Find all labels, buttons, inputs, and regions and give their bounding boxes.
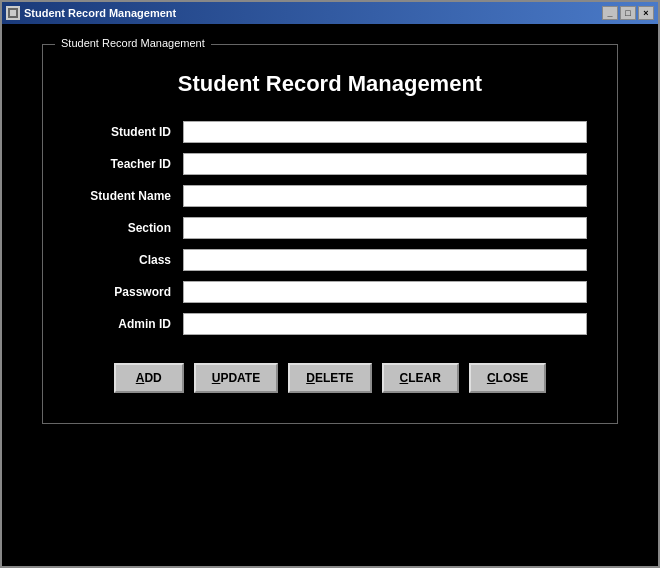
form-title: Student Record Management (73, 71, 587, 97)
password-input[interactable] (183, 281, 587, 303)
title-bar: Student Record Management _ □ × (2, 2, 658, 24)
teacher-id-label: Teacher ID (73, 157, 183, 171)
student-id-row: Student ID (73, 121, 587, 143)
password-row: Password (73, 281, 587, 303)
form-panel: Student Record Management Student Record… (42, 44, 618, 424)
main-content: Student Record Management Student Record… (2, 24, 658, 444)
clear-button[interactable]: CLEAR (382, 363, 459, 393)
admin-id-input[interactable] (183, 313, 587, 335)
student-name-input[interactable] (183, 185, 587, 207)
class-row: Class (73, 249, 587, 271)
close-button[interactable]: CLOSE (469, 363, 546, 393)
admin-id-row: Admin ID (73, 313, 587, 335)
delete-button[interactable]: DELETE (288, 363, 371, 393)
window-title: Student Record Management (24, 7, 176, 19)
admin-id-label: Admin ID (73, 317, 183, 331)
password-label: Password (73, 285, 183, 299)
student-id-input[interactable] (183, 121, 587, 143)
section-input[interactable] (183, 217, 587, 239)
title-bar-left: Student Record Management (6, 6, 176, 20)
close-button-window[interactable]: × (638, 6, 654, 20)
svg-rect-1 (10, 10, 16, 16)
minimize-button[interactable]: _ (602, 6, 618, 20)
panel-legend: Student Record Management (55, 37, 211, 49)
class-label: Class (73, 253, 183, 267)
teacher-id-row: Teacher ID (73, 153, 587, 175)
student-id-label: Student ID (73, 125, 183, 139)
window-controls: _ □ × (602, 6, 654, 20)
student-name-label: Student Name (73, 189, 183, 203)
section-label: Section (73, 221, 183, 235)
teacher-id-input[interactable] (183, 153, 587, 175)
app-icon (6, 6, 20, 20)
button-row: ADD UPDATE DELETE CLEAR CLOSE (73, 363, 587, 393)
window: Student Record Management _ □ × Student … (0, 0, 660, 568)
section-row: Section (73, 217, 587, 239)
update-button[interactable]: UPDATE (194, 363, 278, 393)
class-input[interactable] (183, 249, 587, 271)
maximize-button[interactable]: □ (620, 6, 636, 20)
student-name-row: Student Name (73, 185, 587, 207)
add-button[interactable]: ADD (114, 363, 184, 393)
